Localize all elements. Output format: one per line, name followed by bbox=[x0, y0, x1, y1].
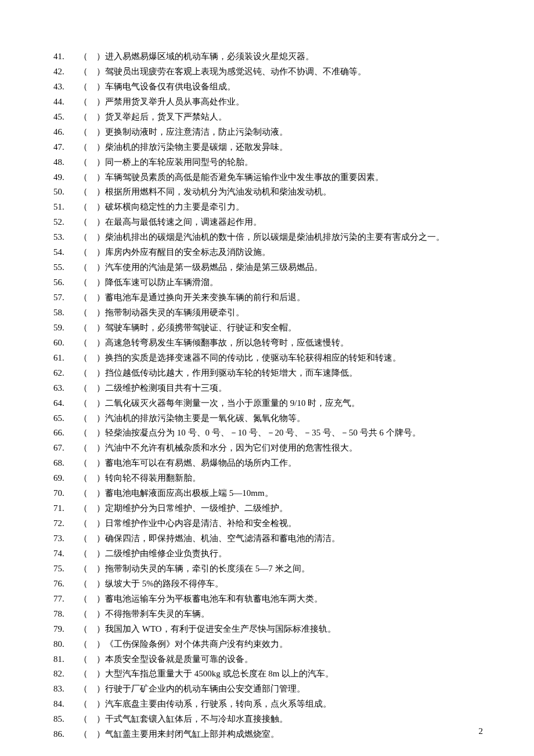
answer-blank: （ ） bbox=[79, 637, 105, 652]
question-row: 49.（ ）车辆驾驶员素质的高低是能否避免车辆运输作业中发生事故的重要因素。 bbox=[53, 170, 483, 185]
question-list: 41.（ ）进入易燃易爆区域的机动车辆，必须装设火星熄灭器。42.（ ）驾驶员出… bbox=[53, 49, 483, 742]
question-text: 高速急转弯易发生车辆倾翻事故，所以急转弯时，应低速慢转。 bbox=[105, 336, 483, 351]
answer-blank: （ ） bbox=[79, 456, 105, 471]
question-text: 汽油机的排放污染物主要是一氧化碳、氮氧化物等。 bbox=[105, 411, 483, 426]
question-text: 二级维护检测项目共有十三项。 bbox=[105, 381, 483, 396]
question-number: 60. bbox=[53, 336, 79, 351]
question-row: 41.（ ）进入易燃易爆区域的机动车辆，必须装设火星熄灭器。 bbox=[53, 49, 483, 64]
question-row: 44.（ ）严禁用货叉举升人员从事高处作业。 bbox=[53, 95, 483, 110]
answer-blank: （ ） bbox=[79, 697, 105, 712]
answer-blank: （ ） bbox=[79, 305, 105, 321]
answer-blank: （ ） bbox=[79, 245, 105, 260]
question-number: 78. bbox=[53, 607, 79, 622]
answer-blank: （ ） bbox=[79, 652, 105, 667]
question-text: 我国加入 WTO，有利于促进安全生产尽快与国际标准接轨。 bbox=[105, 622, 483, 637]
question-number: 81. bbox=[53, 652, 79, 667]
question-number: 85. bbox=[53, 712, 79, 727]
answer-blank: （ ） bbox=[79, 396, 105, 411]
question-text: 库房内外应有醒目的安全标志及消防设施。 bbox=[105, 245, 483, 260]
question-text: 汽油中不允许有机械杂质和水分，因为它们对使用的危害性很大。 bbox=[105, 441, 483, 456]
question-text: 挡位越低传动比越大，作用到驱动车轮的转矩增大，而车速降低。 bbox=[105, 366, 483, 381]
question-number: 69. bbox=[53, 471, 79, 486]
question-text: 汽车使用的汽油是第一级易燃品，柴油是第三级易燃品。 bbox=[105, 260, 483, 275]
question-number: 52. bbox=[53, 215, 79, 230]
question-row: 43.（ ）车辆电气设备仅有供电设备组成。 bbox=[53, 80, 483, 95]
answer-blank: （ ） bbox=[79, 607, 105, 622]
question-number: 49. bbox=[53, 170, 79, 185]
answer-blank: （ ） bbox=[79, 411, 105, 426]
question-number: 79. bbox=[53, 622, 79, 637]
question-text: 定期维护分为日常维护、一级维护、二级维护。 bbox=[105, 501, 483, 516]
question-number: 61. bbox=[53, 351, 79, 366]
answer-blank: （ ） bbox=[79, 49, 105, 64]
question-row: 78.（ ）不得拖带刹车失灵的车辆。 bbox=[53, 607, 483, 622]
question-text: 柴油机排出的碳烟是汽油机的数十倍，所以碳烟是柴油机排放污染的主要有害成分之一。 bbox=[105, 230, 483, 245]
question-number: 55. bbox=[53, 260, 79, 275]
question-row: 62.（ ）挡位越低传动比越大，作用到驱动车轮的转矩增大，而车速降低。 bbox=[53, 366, 483, 381]
question-number: 51. bbox=[53, 200, 79, 215]
answer-blank: （ ） bbox=[79, 140, 105, 155]
question-row: 47.（ ）柴油机的排放污染物主要是碳烟，还散发异味。 bbox=[53, 140, 483, 155]
question-text: 换挡的实质是选择变速器不同的传动比，使驱动车轮获得相应的转矩和转速。 bbox=[105, 351, 483, 366]
question-number: 59. bbox=[53, 321, 79, 336]
question-number: 58. bbox=[53, 305, 79, 321]
question-text: 气缸盖主要用来封闭气缸上部并构成燃烧室。 bbox=[105, 727, 483, 742]
question-row: 74.（ ）二级维护由维修企业负责执行。 bbox=[53, 546, 483, 561]
answer-blank: （ ） bbox=[79, 290, 105, 305]
question-number: 83. bbox=[53, 682, 79, 697]
answer-blank: （ ） bbox=[79, 321, 105, 336]
question-number: 46. bbox=[53, 125, 79, 140]
answer-blank: （ ） bbox=[79, 682, 105, 697]
question-text: 车辆驾驶员素质的高低是能否避免车辆运输作业中发生事故的重要因素。 bbox=[105, 170, 483, 185]
question-text: 同一桥上的车轮应装用同型号的轮胎。 bbox=[105, 155, 483, 170]
question-row: 48.（ ）同一桥上的车轮应装用同型号的轮胎。 bbox=[53, 155, 483, 170]
question-text: 严禁用货叉举升人员从事高处作业。 bbox=[105, 95, 483, 110]
question-text: 驾驶员出现疲劳在客观上表现为感觉迟钝、动作不协调、不准确等。 bbox=[105, 64, 483, 80]
question-number: 44. bbox=[53, 95, 79, 110]
answer-blank: （ ） bbox=[79, 230, 105, 245]
question-row: 55.（ ）汽车使用的汽油是第一级易燃品，柴油是第三级易燃品。 bbox=[53, 260, 483, 275]
question-number: 86. bbox=[53, 727, 79, 742]
question-number: 47. bbox=[53, 140, 79, 155]
question-text: 纵坡大于 5%的路段不得停车。 bbox=[105, 577, 483, 592]
question-text: 驾驶车辆时，必须携带驾驶证、行驶证和安全帽。 bbox=[105, 321, 483, 336]
question-number: 72. bbox=[53, 516, 79, 531]
question-row: 75.（ ）拖带制动失灵的车辆，牵引的长度须在 5—7 米之间。 bbox=[53, 561, 483, 577]
question-number: 68. bbox=[53, 456, 79, 471]
question-text: 干式气缸套镶入缸体后，不与冷却水直接接触。 bbox=[105, 712, 483, 727]
question-text: 更换制动液时，应注意清洁，防止污染制动液。 bbox=[105, 125, 483, 140]
question-number: 67. bbox=[53, 441, 79, 456]
answer-blank: （ ） bbox=[79, 80, 105, 95]
question-text: 蓄电池车是通过换向开关来变换车辆的前行和后退。 bbox=[105, 290, 483, 305]
question-number: 50. bbox=[53, 185, 79, 200]
question-number: 77. bbox=[53, 592, 79, 607]
answer-blank: （ ） bbox=[79, 441, 105, 456]
question-row: 52.（ ）在最高与最低转速之间，调速器起作用。 bbox=[53, 215, 483, 230]
question-text: 蓄电池电解液面应高出极板上端 5—10mm。 bbox=[105, 486, 483, 501]
question-row: 68.（ ）蓄电池车可以在有易燃、易爆物品的场所内工作。 bbox=[53, 456, 483, 471]
question-row: 46.（ ）更换制动液时，应注意清洁，防止污染制动液。 bbox=[53, 125, 483, 140]
answer-blank: （ ） bbox=[79, 336, 105, 351]
question-text: 确保四洁，即保持燃油、机油、空气滤清器和蓄电池的清洁。 bbox=[105, 531, 483, 546]
answer-blank: （ ） bbox=[79, 200, 105, 215]
question-row: 76.（ ）纵坡大于 5%的路段不得停车。 bbox=[53, 577, 483, 592]
question-row: 57.（ ）蓄电池车是通过换向开关来变换车辆的前行和后退。 bbox=[53, 290, 483, 305]
question-row: 66.（ ）轻柴油按凝点分为 10 号、0 号、－10 号、－20 号、－35 … bbox=[53, 426, 483, 441]
answer-blank: （ ） bbox=[79, 727, 105, 742]
question-row: 60.（ ）高速急转弯易发生车辆倾翻事故，所以急转弯时，应低速慢转。 bbox=[53, 336, 483, 351]
answer-blank: （ ） bbox=[79, 592, 105, 607]
question-row: 56.（ ）降低车速可以防止车辆滑溜。 bbox=[53, 275, 483, 290]
question-row: 59.（ ）驾驶车辆时，必须携带驾驶证、行驶证和安全帽。 bbox=[53, 321, 483, 336]
question-number: 64. bbox=[53, 396, 79, 411]
question-text: 大型汽车指总重量大于 4500kg 或总长度在 8m 以上的汽车。 bbox=[105, 667, 483, 682]
question-row: 84.（ ）汽车底盘主要由传动系，行驶系，转向系，点火系等组成。 bbox=[53, 697, 483, 712]
answer-blank: （ ） bbox=[79, 471, 105, 486]
answer-blank: （ ） bbox=[79, 185, 105, 200]
question-text: 破坏横向稳定性的力主要是牵引力。 bbox=[105, 200, 483, 215]
question-text: 轻柴油按凝点分为 10 号、0 号、－10 号、－20 号、－35 号、－50 … bbox=[105, 426, 483, 441]
question-row: 77.（ ）蓄电池运输车分为平板蓄电池车和有轨蓄电池车两大类。 bbox=[53, 592, 483, 607]
question-row: 79.（ ） 我国加入 WTO，有利于促进安全生产尽快与国际标准接轨。 bbox=[53, 622, 483, 637]
question-number: 82. bbox=[53, 667, 79, 682]
question-number: 80. bbox=[53, 637, 79, 652]
answer-blank: （ ） bbox=[79, 577, 105, 592]
